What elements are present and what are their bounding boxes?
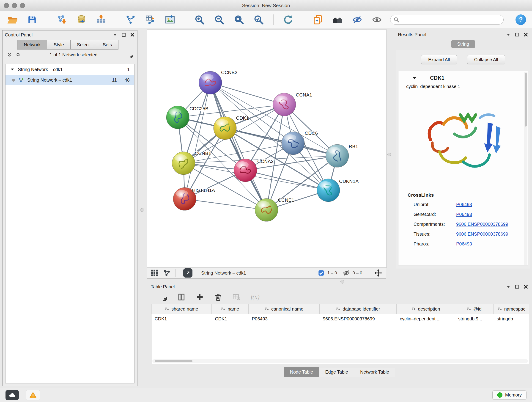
- apply-layout-button[interactable]: [282, 13, 295, 26]
- tab-style[interactable]: Style: [47, 40, 70, 50]
- crosslink-link[interactable]: P06493: [456, 202, 472, 207]
- save-session-button[interactable]: [26, 13, 38, 26]
- network-collection-row[interactable]: String Network – cdk1 1: [6, 64, 134, 75]
- table-cell[interactable]: stringdb: [494, 314, 529, 324]
- import-table-button[interactable]: [95, 13, 108, 26]
- tab-edge-table[interactable]: Edge Table: [319, 367, 354, 377]
- tab-string[interactable]: String: [451, 40, 475, 48]
- collapse-all-button[interactable]: Collapse All: [467, 55, 505, 64]
- results-scrollbar[interactable]: [524, 72, 527, 265]
- panel-float-icon[interactable]: [515, 32, 520, 37]
- panel-close-icon[interactable]: [130, 32, 135, 37]
- network-node-CCNA2[interactable]: [234, 159, 257, 182]
- tab-node-table[interactable]: Node Table: [284, 367, 319, 377]
- network-merge-button[interactable]: [124, 13, 137, 26]
- zoom-fit-button[interactable]: [233, 13, 245, 26]
- network-edge-CCNB2-HIST1H1A[interactable]: [185, 83, 210, 199]
- hide-graphics-details-button[interactable]: [351, 13, 364, 26]
- import-network-database-button[interactable]: [75, 13, 88, 26]
- table-cell[interactable]: stringdb:9...: [455, 314, 494, 324]
- selected-checkbox-icon[interactable]: [318, 270, 324, 276]
- import-network-file-button[interactable]: [55, 13, 68, 26]
- column-header[interactable]: namespac: [494, 304, 529, 314]
- tab-network-table[interactable]: Network Table: [354, 367, 395, 377]
- network-node-CCNB1[interactable]: [172, 152, 195, 175]
- zoom-in-button[interactable]: [193, 13, 206, 26]
- left-splitter-handle[interactable]: [140, 208, 144, 212]
- expand-all-button[interactable]: Expand All: [421, 55, 457, 64]
- crosslink-link[interactable]: P06493: [456, 212, 472, 217]
- table-row[interactable]: CDK1 CDK1 P06493 9606.ENSP00000378699 cy…: [152, 314, 529, 324]
- hidden-eye-slash-icon[interactable]: [343, 269, 350, 276]
- column-header[interactable]: description: [397, 304, 455, 314]
- network-share-icon[interactable]: [163, 269, 171, 277]
- tab-network[interactable]: Network: [17, 40, 47, 50]
- table-cell[interactable]: CDK1: [212, 314, 249, 324]
- tab-select[interactable]: Select: [70, 40, 96, 50]
- right-splitter-handle[interactable]: [387, 153, 391, 156]
- help-button[interactable]: ?: [515, 14, 526, 25]
- panel-float-icon[interactable]: [515, 284, 520, 289]
- column-header[interactable]: name: [212, 304, 249, 314]
- column-header[interactable]: @id: [455, 304, 494, 314]
- warnings-button[interactable]: [26, 390, 40, 400]
- tab-sets[interactable]: Sets: [96, 40, 119, 50]
- show-graphics-details-button[interactable]: [370, 13, 383, 26]
- crosslink-link[interactable]: P06493: [456, 241, 472, 247]
- network-edge-HIST1H1A-CCNE1[interactable]: [185, 199, 266, 210]
- delete-column-button[interactable]: [214, 293, 222, 301]
- column-header[interactable]: shared name: [152, 304, 212, 314]
- network-node-CDK1[interactable]: [214, 117, 236, 140]
- network-row[interactable]: String Network – cdk1 11 48: [6, 75, 134, 85]
- table-cell[interactable]: 9606.ENSP00000378699: [320, 314, 397, 324]
- open-in-new-button[interactable]: [183, 268, 192, 278]
- show-columns-button[interactable]: [177, 293, 186, 301]
- network-node-CCNB2[interactable]: [199, 71, 222, 94]
- panel-close-icon[interactable]: [523, 284, 528, 289]
- pan-move-icon[interactable]: [374, 269, 382, 277]
- panel-menu-icon[interactable]: [506, 284, 511, 289]
- collapse-all-icon[interactable]: [7, 52, 12, 57]
- duplicate-network-button[interactable]: [311, 13, 324, 26]
- network-node-CDC25B[interactable]: [166, 106, 189, 129]
- table-horizontal-scrollbar[interactable]: [152, 359, 528, 363]
- network-canvas[interactable]: CCNB2CCNA1CDC25BCDK1CDC6RB1CCNB1CCNA2CDK…: [147, 30, 387, 268]
- open-session-button[interactable]: [6, 13, 19, 26]
- expand-all-icon[interactable]: [15, 52, 21, 57]
- network-node-CDKN1A[interactable]: [317, 179, 340, 202]
- cloud-button[interactable]: [6, 390, 19, 400]
- tree-expand-icon[interactable]: [10, 67, 15, 72]
- gear-icon[interactable]: [126, 51, 133, 58]
- crosslink-link[interactable]: 9606.ENSP00000378699: [456, 231, 508, 237]
- results-scrollbar-thumb[interactable]: [525, 73, 527, 127]
- memory-button[interactable]: Memory: [492, 390, 526, 400]
- network-from-table-button[interactable]: [144, 13, 157, 26]
- network-node-CCNE1[interactable]: [255, 198, 278, 221]
- section-collapse-icon[interactable]: [412, 75, 417, 81]
- network-node-CCNA1[interactable]: [273, 93, 296, 116]
- panel-menu-icon[interactable]: [113, 32, 118, 37]
- table-scrollbar-thumb[interactable]: [155, 360, 192, 362]
- table-cell[interactable]: CDK1: [152, 314, 212, 324]
- table-cell[interactable]: cyclin–dependent ...: [397, 314, 455, 324]
- zoom-out-button[interactable]: [213, 13, 226, 26]
- network-graph[interactable]: CCNB2CCNA1CDC25BCDK1CDC6RB1CCNB1CCNA2CDK…: [147, 30, 386, 267]
- panel-float-icon[interactable]: [121, 32, 126, 37]
- export-image-button[interactable]: [164, 13, 177, 26]
- add-column-button[interactable]: [196, 293, 204, 301]
- panel-menu-icon[interactable]: [506, 32, 511, 37]
- zoom-selected-button[interactable]: [252, 13, 265, 26]
- table-cell[interactable]: P06493: [249, 314, 320, 324]
- network-node-CDC6[interactable]: [282, 132, 304, 155]
- column-header[interactable]: canonical name: [249, 304, 320, 314]
- birds-eye-view-icon[interactable]: [151, 269, 158, 277]
- network-edge-CCNB2-CCNE1[interactable]: [210, 83, 266, 210]
- table-settings-button[interactable]: [159, 293, 167, 301]
- home-button[interactable]: [331, 13, 344, 26]
- column-header[interactable]: database identifier: [320, 304, 397, 314]
- search-input[interactable]: [401, 17, 500, 22]
- panel-close-icon[interactable]: [523, 32, 528, 37]
- network-node-RB1[interactable]: [326, 144, 349, 167]
- network-edge-CDK1-RB1[interactable]: [225, 128, 337, 156]
- crosslink-link[interactable]: 9606.ENSP00000378699: [456, 222, 508, 227]
